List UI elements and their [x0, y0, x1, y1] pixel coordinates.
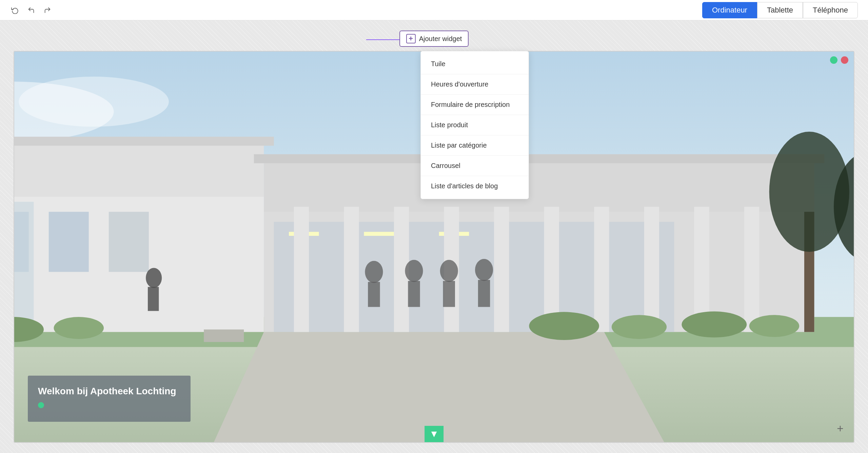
- undo-icon[interactable]: [26, 5, 36, 15]
- svg-point-4: [19, 77, 169, 127]
- welcome-overlay: Welkom bij Apotheek Lochting: [28, 376, 191, 422]
- canvas-add-btn: ▼: [425, 426, 443, 442]
- svg-point-35: [405, 260, 423, 282]
- dropdown-item-blog[interactable]: Liste d'articles de blog: [421, 176, 529, 196]
- svg-rect-36: [408, 281, 420, 307]
- svg-rect-18: [14, 202, 34, 332]
- svg-rect-32: [744, 207, 759, 332]
- svg-rect-19: [274, 222, 674, 332]
- canvas-area: + Ajouter widget Tuile Heures d'ouvertur…: [0, 20, 868, 453]
- svg-rect-10: [14, 142, 264, 197]
- telephone-button[interactable]: Téléphone: [803, 2, 858, 18]
- svg-rect-23: [294, 207, 309, 332]
- dropdown-item-carrousel[interactable]: Carrousel: [421, 156, 529, 176]
- dropdown-item-liste-categorie[interactable]: Liste par catégorie: [421, 135, 529, 156]
- svg-rect-21: [364, 232, 394, 236]
- svg-point-48: [54, 317, 104, 339]
- ordinateur-button[interactable]: Ordinateur: [702, 2, 757, 18]
- plus-square-icon: +: [406, 34, 416, 43]
- svg-rect-13: [14, 137, 274, 146]
- svg-rect-38: [443, 281, 455, 307]
- status-dot-green: [830, 56, 837, 64]
- svg-rect-40: [478, 280, 490, 307]
- dropdown-item-formulaire[interactable]: Formulaire de prescription: [421, 95, 529, 115]
- bottom-plus-button[interactable]: [833, 422, 847, 435]
- toolbar: Ordinateur Tablette Téléphone: [0, 0, 868, 20]
- svg-rect-53: [204, 329, 244, 342]
- svg-rect-24: [344, 207, 359, 332]
- svg-point-51: [682, 312, 747, 338]
- view-switcher: Ordinateur Tablette Téléphone: [702, 2, 858, 18]
- add-widget-button[interactable]: + Ajouter widget: [399, 31, 469, 47]
- redo-icon[interactable]: [43, 5, 52, 15]
- welcome-dot: [38, 402, 44, 408]
- svg-rect-29: [594, 207, 609, 332]
- welcome-title: Welkom bij Apotheek Lochting: [38, 386, 177, 397]
- svg-point-52: [749, 315, 800, 337]
- green-plus-icon: ▼: [429, 429, 439, 439]
- dropdown-item-heures[interactable]: Heures d'ouverture: [421, 74, 529, 95]
- refresh-icon[interactable]: [10, 5, 20, 15]
- svg-rect-14: [254, 154, 824, 164]
- add-widget-label: Ajouter widget: [419, 35, 462, 43]
- svg-point-41: [146, 268, 162, 288]
- svg-rect-16: [49, 212, 89, 272]
- svg-rect-42: [148, 287, 159, 311]
- toolbar-left: [10, 5, 52, 15]
- tablette-button[interactable]: Tablette: [757, 2, 803, 18]
- svg-rect-34: [368, 282, 380, 307]
- svg-point-33: [365, 261, 383, 283]
- svg-rect-30: [644, 207, 659, 332]
- dropdown-item-tuile[interactable]: Tuile: [421, 54, 529, 74]
- status-dot-red: [841, 56, 848, 64]
- svg-point-49: [529, 312, 599, 340]
- green-add-button[interactable]: ▼: [425, 426, 443, 442]
- svg-rect-17: [109, 212, 149, 272]
- svg-rect-27: [494, 207, 509, 332]
- status-dots: [830, 56, 848, 64]
- svg-point-50: [612, 315, 667, 339]
- svg-point-37: [440, 260, 458, 282]
- plus-icon: [835, 424, 845, 433]
- widget-dropdown-menu: Tuile Heures d'ouverture Formulaire de p…: [420, 51, 529, 199]
- svg-rect-12: [264, 162, 814, 212]
- widget-add-row: + Ajouter widget Tuile Heures d'ouvertur…: [14, 31, 854, 47]
- svg-point-39: [475, 259, 493, 281]
- dropdown-item-liste-produit[interactable]: Liste produit: [421, 115, 529, 135]
